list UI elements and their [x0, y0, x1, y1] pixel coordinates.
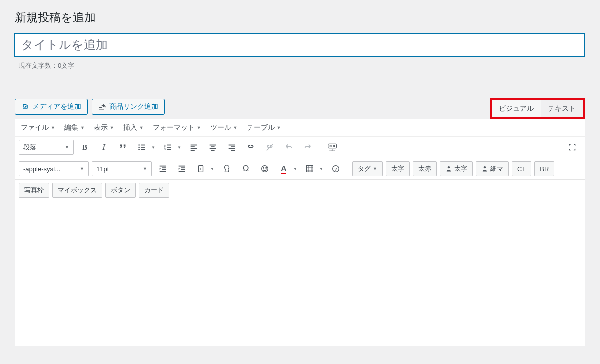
add-media-button[interactable]: メディアを追加 — [15, 99, 88, 115]
chevron-down-icon: ▼ — [65, 145, 70, 150]
menu-view[interactable]: 表示▼ — [94, 124, 114, 132]
svg-point-42 — [266, 168, 267, 168]
bold-button[interactable]: B — [77, 140, 93, 155]
tag-button[interactable]: タグ▼ — [352, 162, 383, 176]
toolbar-row-1: 段落▼ B I ▼ 123 ▼ — [15, 137, 585, 158]
svg-rect-23 — [231, 150, 235, 151]
svg-rect-13 — [191, 146, 195, 148]
bold-text-button[interactable]: 太字 — [386, 162, 410, 176]
svg-text:3: 3 — [164, 148, 166, 151]
svg-rect-32 — [160, 172, 166, 172]
menu-edit[interactable]: 編集▼ — [64, 124, 85, 132]
svg-rect-16 — [210, 145, 216, 146]
person-icon — [482, 166, 488, 172]
svg-rect-33 — [179, 166, 186, 167]
toolbar-row-3: 写真枠 マイボックス ボタン カード — [15, 180, 585, 202]
menu-tools[interactable]: ツール▼ — [210, 124, 238, 132]
svg-rect-21 — [231, 146, 235, 148]
toolbar-row-2: -apple-syst...▼ 11pt▼ T ▼ Ω — [15, 158, 585, 180]
number-list-button[interactable]: 123 — [160, 140, 176, 155]
paragraph-select[interactable]: 段落▼ — [19, 140, 74, 155]
editor-content[interactable] — [15, 202, 585, 346]
chevron-down-icon: ▼ — [51, 126, 56, 130]
post-title-input[interactable] — [15, 34, 585, 56]
help-button[interactable]: ? — [328, 162, 344, 176]
chevron-down-icon[interactable]: ▼ — [209, 162, 216, 176]
user-bold-button[interactable]: 太字 — [440, 162, 473, 176]
fullscreen-button[interactable] — [565, 140, 580, 155]
svg-rect-38 — [200, 165, 202, 166]
font-size-select[interactable]: 11pt▼ — [92, 162, 152, 176]
unlink-button[interactable] — [262, 140, 278, 155]
svg-rect-1 — [141, 145, 145, 146]
mybox-button[interactable]: マイボックス — [52, 183, 102, 198]
editor-menubar: ファイル▼ 編集▼ 表示▼ 挿入▼ フォーマット▼ ツール▼ テーブル▼ — [15, 120, 585, 137]
product-link-button[interactable]: 商品リンク追加 — [92, 99, 165, 115]
svg-point-0 — [138, 144, 140, 146]
svg-point-27 — [334, 146, 335, 147]
chevron-down-icon[interactable]: ▼ — [292, 162, 299, 176]
button-insert-button[interactable]: ボタン — [106, 183, 136, 198]
menu-insert[interactable]: 挿入▼ — [124, 124, 144, 132]
svg-rect-30 — [162, 168, 166, 168]
ct-button[interactable]: CT — [512, 162, 532, 176]
svg-rect-20 — [229, 145, 236, 146]
codec-button[interactable]: codec — [324, 140, 340, 155]
bullet-list-button[interactable] — [134, 140, 150, 155]
align-center-button[interactable] — [205, 140, 221, 155]
br-button[interactable]: BR — [534, 162, 554, 176]
tab-text[interactable]: テキスト — [541, 100, 583, 118]
paste-button[interactable]: T — [193, 162, 209, 176]
svg-rect-31 — [162, 170, 166, 170]
emoji-button[interactable] — [257, 162, 273, 176]
chevron-down-icon: ▼ — [373, 166, 378, 172]
blockquote-button[interactable] — [115, 140, 131, 155]
svg-rect-17 — [211, 146, 214, 148]
undo-button[interactable] — [281, 140, 297, 155]
product-link-label: 商品リンク追加 — [110, 102, 158, 112]
chevron-down-icon[interactable]: ▼ — [176, 140, 183, 155]
person-icon — [446, 166, 452, 172]
redo-button[interactable] — [300, 140, 316, 155]
card-button[interactable]: カード — [139, 183, 170, 198]
svg-rect-15 — [191, 150, 195, 151]
svg-rect-29 — [160, 166, 166, 167]
svg-rect-34 — [181, 168, 185, 168]
user-thin-button[interactable]: 細マ — [476, 162, 509, 176]
menu-file[interactable]: ファイル▼ — [21, 124, 56, 132]
text-color-button[interactable]: A — [276, 162, 292, 176]
photo-frame-button[interactable]: 写真枠 — [19, 183, 50, 198]
svg-rect-14 — [191, 148, 198, 150]
indent-button[interactable] — [174, 162, 190, 176]
svg-point-51 — [484, 166, 486, 168]
chevron-down-icon[interactable]: ▼ — [150, 140, 157, 155]
menu-format[interactable]: フォーマット▼ — [153, 124, 202, 132]
align-right-button[interactable] — [224, 140, 240, 155]
table-button[interactable] — [302, 162, 318, 176]
svg-rect-3 — [141, 147, 145, 148]
svg-rect-9 — [167, 147, 171, 148]
chevron-down-icon: ▼ — [140, 126, 144, 130]
tab-visual[interactable]: ビジュアル — [492, 100, 541, 118]
align-left-button[interactable] — [186, 140, 202, 155]
svg-rect-18 — [210, 148, 216, 150]
bold-red-button[interactable]: 太赤 — [413, 162, 437, 176]
clear-format-button[interactable] — [219, 162, 235, 176]
font-family-select[interactable]: -apple-syst...▼ — [19, 162, 89, 176]
svg-text:codec: codec — [330, 149, 335, 152]
chevron-down-icon[interactable]: ▼ — [318, 162, 325, 176]
chevron-down-icon: ▼ — [80, 166, 84, 172]
editor-tabs: ビジュアル テキスト — [490, 98, 585, 120]
svg-rect-22 — [229, 148, 236, 150]
share-icon — [98, 103, 106, 111]
menu-table[interactable]: テーブル▼ — [247, 124, 282, 132]
link-button[interactable] — [243, 140, 259, 155]
chevron-down-icon: ▼ — [143, 166, 148, 172]
italic-button[interactable]: I — [96, 140, 112, 155]
special-char-button[interactable]: Ω — [238, 162, 254, 176]
outdent-button[interactable] — [155, 162, 171, 176]
svg-rect-43 — [307, 166, 314, 172]
char-count-label: 現在文字数：0文字 — [19, 62, 585, 70]
svg-point-41 — [263, 168, 264, 168]
chevron-down-icon: ▼ — [197, 126, 202, 130]
